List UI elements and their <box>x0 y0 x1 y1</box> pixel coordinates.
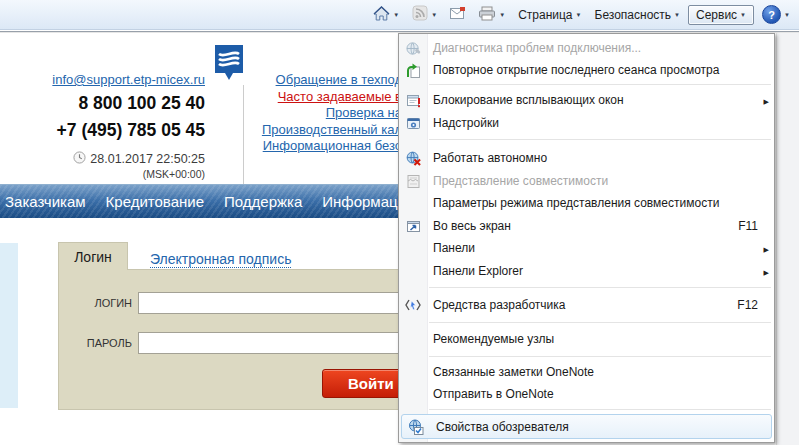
menu-item-fullscreen[interactable]: Во весь экран F11 <box>399 215 774 237</box>
home-button[interactable] <box>368 3 404 27</box>
password-field-label: ПАРОЛЬ <box>60 337 132 349</box>
menu-item-label: Рекомендуемые узлы <box>433 332 554 346</box>
compatibility-view-icon <box>399 174 427 189</box>
home-icon <box>373 6 390 24</box>
link-support-request[interactable]: Обращение в техпод <box>238 72 402 89</box>
tab-electronic-signature[interactable]: Электронная подпись <box>150 251 291 268</box>
support-email-link[interactable]: info@support.etp-micex.ru <box>52 72 205 87</box>
menu-item-compatibility-view: Представление совместимости <box>399 170 774 192</box>
contact-block: info@support.etp-micex.ru 8 800 100 25 4… <box>0 70 205 180</box>
menu-separator <box>429 322 771 323</box>
page-menu-button[interactable]: Страница <box>513 5 586 25</box>
help-dropdown-arrow-icon <box>784 8 790 22</box>
menu-item-label: Отправить в OneNote <box>433 387 554 401</box>
menu-item-shortcut: F12 <box>737 298 758 312</box>
internet-options-icon <box>402 419 430 435</box>
menu-separator <box>429 287 771 288</box>
menu-item-shortcut: F11 <box>738 219 758 233</box>
phone-number-2: +7 (495) 785 05 45 <box>0 119 205 142</box>
submenu-arrow-icon <box>764 93 769 107</box>
command-toolbar: Страница Безопасность Сервис ? <box>0 0 799 30</box>
tools-menu-button[interactable]: Сервис <box>688 5 754 25</box>
menu-item-label: Связанные заметки OneNote <box>433 365 594 379</box>
menu-item-label: Представление совместимости <box>433 174 608 188</box>
tools-dropdown-menu: Диагностика проблем подключения... Повто… <box>398 33 775 443</box>
feeds-button[interactable] <box>407 2 442 27</box>
security-menu-button[interactable]: Безопасность <box>590 5 686 25</box>
clock-icon <box>73 151 86 167</box>
menu-item-label: Во весь экран <box>433 219 511 233</box>
page-menu-label: Страница <box>518 8 572 22</box>
menu-item-toolbars[interactable]: Панели <box>399 237 774 259</box>
print-dropdown-arrow-icon[interactable] <box>499 8 505 22</box>
work-offline-icon <box>399 151 427 166</box>
mail-icon <box>450 7 465 23</box>
link-information-security[interactable]: Информационная безо <box>238 138 402 155</box>
menu-separator <box>429 84 771 85</box>
rss-icon <box>412 5 428 24</box>
nav-item-customers[interactable]: Заказчикам <box>5 193 86 210</box>
submenu-arrow-icon <box>764 264 769 278</box>
menu-item-onenote-linked-notes[interactable]: Связанные заметки OneNote <box>399 361 774 383</box>
link-production-calendar[interactable]: Производственный кал <box>238 122 402 139</box>
feeds-dropdown-arrow-icon <box>431 8 437 22</box>
menu-item-label: Блокирование всплывающих окон <box>433 93 624 107</box>
security-dropdown-arrow-icon <box>674 8 680 22</box>
tools-menu-label: Сервис <box>696 8 737 22</box>
menu-separator <box>429 409 771 410</box>
menu-item-label: Свойства обозревателя <box>436 420 569 434</box>
read-mail-button[interactable] <box>445 4 470 26</box>
page-dropdown-arrow-icon <box>576 8 582 22</box>
login-field-label: ЛОГИН <box>60 297 132 309</box>
menu-item-internet-options[interactable]: Свойства обозревателя <box>401 414 772 439</box>
menu-item-developer-tools[interactable]: Средства разработчика F12 <box>399 294 774 316</box>
menu-item-work-offline[interactable]: Работать автономно <box>399 147 774 169</box>
phone-number-1: 8 800 100 25 40 <box>0 92 205 115</box>
menu-item-label: Панели <box>433 241 475 255</box>
help-button[interactable]: ? <box>757 2 795 27</box>
tools-dropdown-arrow-icon <box>740 8 746 22</box>
menu-item-reopen-last-session[interactable]: Повторное открытие последнего сеанса про… <box>399 59 774 81</box>
help-icon: ? <box>762 5 781 24</box>
nav-item-crediting[interactable]: Кредитование <box>106 193 204 210</box>
reopen-session-icon <box>399 63 427 78</box>
menu-item-send-to-onenote[interactable]: Отправить в OneNote <box>399 383 774 405</box>
menu-item-label: Работать автономно <box>433 151 547 165</box>
menu-item-label: Средства разработчика <box>433 298 565 312</box>
popup-blocker-icon <box>399 93 427 108</box>
addons-icon <box>399 116 427 131</box>
menu-item-explorer-bars[interactable]: Панели Explorer <box>399 260 774 282</box>
print-button[interactable] <box>473 3 510 27</box>
quick-links: Обращение в техпод Часто задаваемые в Пр… <box>238 72 402 155</box>
link-faq[interactable]: Часто задаваемые в <box>238 89 402 106</box>
fullscreen-icon <box>399 219 427 234</box>
submenu-arrow-icon <box>764 241 769 255</box>
left-sidebar-strip <box>0 243 18 408</box>
menu-item-label: Повторное открытие последнего сеанса про… <box>433 63 719 77</box>
menu-item-popup-blocker[interactable]: Блокирование всплывающих окон <box>399 89 774 111</box>
menu-item-label: Диагностика проблем подключения... <box>433 41 641 55</box>
menu-separator <box>429 139 771 140</box>
vertical-scrollbar-track[interactable] <box>776 33 799 445</box>
server-datetime: 28.01.2017 22:50:25 <box>90 152 205 166</box>
home-dropdown-arrow-icon[interactable] <box>393 8 399 22</box>
menu-item-suggested-sites[interactable]: Рекомендуемые узлы <box>399 328 774 350</box>
menu-separator <box>429 356 771 357</box>
link-check[interactable]: Проверка на <box>238 105 402 122</box>
menu-item-diagnose-connection-problems: Диагностика проблем подключения... <box>399 37 774 59</box>
browser-window: Страница Безопасность Сервис ? info@supp… <box>0 0 799 445</box>
nav-item-support[interactable]: Поддержка <box>224 193 302 210</box>
menu-item-addons[interactable]: Надстройки <box>399 112 774 134</box>
menu-item-compatibility-view-settings[interactable]: Параметры режима представления совместим… <box>399 192 774 214</box>
printer-icon <box>478 6 496 24</box>
dev-tools-icon <box>399 299 427 312</box>
menu-item-label: Параметры режима представления совместим… <box>433 196 719 210</box>
menu-item-label: Надстройки <box>433 116 499 130</box>
security-menu-label: Безопасность <box>595 8 672 22</box>
server-timezone: (MSK+00:00) <box>0 168 205 180</box>
menu-item-label: Панели Explorer <box>433 264 523 278</box>
tab-login[interactable]: Логин <box>58 242 128 270</box>
globe-wrench-icon <box>399 41 427 56</box>
